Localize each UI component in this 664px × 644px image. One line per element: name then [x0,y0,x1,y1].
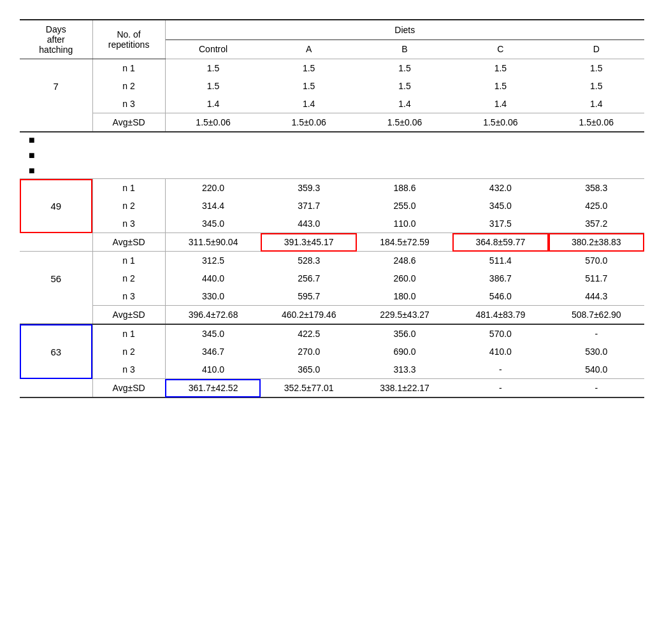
dots-row-2: ■ [20,148,644,163]
day49-n2-rep: n 2 [92,197,165,215]
day56-avg-control: 396.4±72.68 [165,306,261,325]
day63-n1-control: 345.0 [165,324,261,343]
day7-n2-a: 1.5 [261,77,356,95]
day56-n1-b: 248.6 [357,252,452,270]
day63-n3-d: 540.0 [549,361,644,379]
day49-avg-row: Avg±SD 311.5±90.04 391.3±45.17 184.5±72.… [20,233,644,252]
day56-avg-c: 481.4±83.79 [452,306,548,325]
day56-n3-rep: n 3 [92,287,165,306]
day7-avg-rep: Avg±SD [92,113,165,132]
day49-n2-b: 255.0 [357,197,452,215]
day56-n2-rep: n 2 [92,269,165,287]
day63-n3-rep: n 3 [92,361,165,379]
day7-avg-d: 1.5±0.06 [549,113,644,132]
day63-avg-days-blank [20,379,92,398]
day49-n1-b: 188.6 [357,179,452,197]
day63-n2-a: 270.0 [261,343,356,361]
day49-n2-row: n 2 314.4 371.7 255.0 345.0 425.0 [20,197,644,215]
day7-n1-a: 1.5 [261,59,356,78]
b-header: B [357,39,452,59]
day7-avg-b: 1.5±0.06 [357,113,452,132]
day7-n2-c: 1.5 [452,77,548,95]
day63-avg-a: 352.5±77.01 [261,379,356,398]
day49-avg-rep: Avg±SD [92,233,165,252]
day49-avg-a: 391.3±45.17 [261,233,356,252]
day63-n2-rep: n 2 [92,343,165,361]
day56-n3-row: n 3 330.0 595.7 180.0 546.0 444.3 [20,287,644,306]
day63-n1-b: 356.0 [357,324,452,343]
day49-n1-d: 358.3 [549,179,644,197]
data-table: Days after hatching No. of repetitions D… [20,19,644,398]
day7-avg-control: 1.5±0.06 [165,113,261,132]
dots-row-1: ■ [20,132,644,148]
day63-avg-row: Avg±SD 361.7±42.52 352.5±77.01 338.1±22.… [20,379,644,398]
day7-n1-rep: n 1 [92,59,165,78]
day56-n3-b: 180.0 [357,287,452,306]
day7-n3-row: n 3 1.4 1.4 1.4 1.4 1.4 [20,95,644,113]
day7-n2-d: 1.5 [549,77,644,95]
day49-n3-row: n 3 345.0 443.0 110.0 317.5 357.2 [20,215,644,233]
day56-n2-b: 260.0 [357,269,452,287]
dots-row-3: ■ [20,163,644,179]
day56-cell: 56 [20,252,92,306]
day49-avg-d: 380.2±38.83 [549,233,644,252]
day49-cell: 49 [20,179,92,233]
control-header: Control [165,39,261,59]
diets-header: Diets [165,20,644,39]
day56-n3-d: 444.3 [549,287,644,306]
day56-avg-row: Avg±SD 396.4±72.68 460.2±179.46 229.5±43… [20,306,644,325]
day49-avg-c: 364.8±59.77 [452,233,548,252]
day63-n3-b: 313.3 [357,361,452,379]
day63-n3-control: 410.0 [165,361,261,379]
day56-n1-c: 511.4 [452,252,548,270]
day56-n2-d: 511.7 [549,269,644,287]
day63-n1-rep: n 1 [92,324,165,343]
day49-n1-c: 432.0 [452,179,548,197]
day63-n2-c: 410.0 [452,343,548,361]
day49-n2-a: 371.7 [261,197,356,215]
a-header: A [261,39,356,59]
day7-n1-d: 1.5 [549,59,644,78]
day49-n2-control: 314.4 [165,197,261,215]
day7-n2-control: 1.5 [165,77,261,95]
day63-n1-c: 570.0 [452,324,548,343]
day7-n1-control: 1.5 [165,59,261,78]
day7-n1-b: 1.5 [357,59,452,78]
day7-avg-c: 1.5±0.06 [452,113,548,132]
day56-n3-control: 330.0 [165,287,261,306]
day7-n3-a: 1.4 [261,95,356,113]
day63-n2-b: 690.0 [357,343,452,361]
day56-n1-row: 56 n 1 312.5 528.3 248.6 511.4 570.0 [20,252,644,270]
day63-n2-row: n 2 346.7 270.0 690.0 410.0 530.0 [20,343,644,361]
day56-n2-a: 256.7 [261,269,356,287]
day7-n1-row: 7 n 1 1.5 1.5 1.5 1.5 1.5 [20,59,644,78]
day56-avg-rep: Avg±SD [92,306,165,325]
day7-n3-rep: n 3 [92,95,165,113]
day63-n2-control: 346.7 [165,343,261,361]
day63-n3-row: n 3 410.0 365.0 313.3 - 540.0 [20,361,644,379]
day7-n2-rep: n 2 [92,77,165,95]
day56-n3-a: 595.7 [261,287,356,306]
d-header: D [549,39,644,59]
day63-avg-d: - [549,379,644,398]
day7-n3-d: 1.4 [549,95,644,113]
day63-n3-a: 365.0 [261,361,356,379]
day63-cell: 63 [20,324,92,379]
day56-n1-rep: n 1 [92,252,165,270]
day63-n3-c: - [452,361,548,379]
day56-avg-b: 229.5±43.27 [357,306,452,325]
day49-n1-control: 220.0 [165,179,261,197]
days-header: Days after hatching [20,20,92,59]
day56-n3-c: 546.0 [452,287,548,306]
day56-avg-d: 508.7±62.90 [549,306,644,325]
c-header: C [452,39,548,59]
day63-avg-control: 361.7±42.52 [165,379,261,398]
day56-n2-c: 386.7 [452,269,548,287]
day49-n3-c: 317.5 [452,215,548,233]
day7-n3-control: 1.4 [165,95,261,113]
day7-n2-row: n 2 1.5 1.5 1.5 1.5 1.5 [20,77,644,95]
day56-avg-a: 460.2±179.46 [261,306,356,325]
day56-n2-row: n 2 440.0 256.7 260.0 386.7 511.7 [20,269,644,287]
day49-n3-b: 110.0 [357,215,452,233]
day7-cell: 7 [20,59,92,113]
